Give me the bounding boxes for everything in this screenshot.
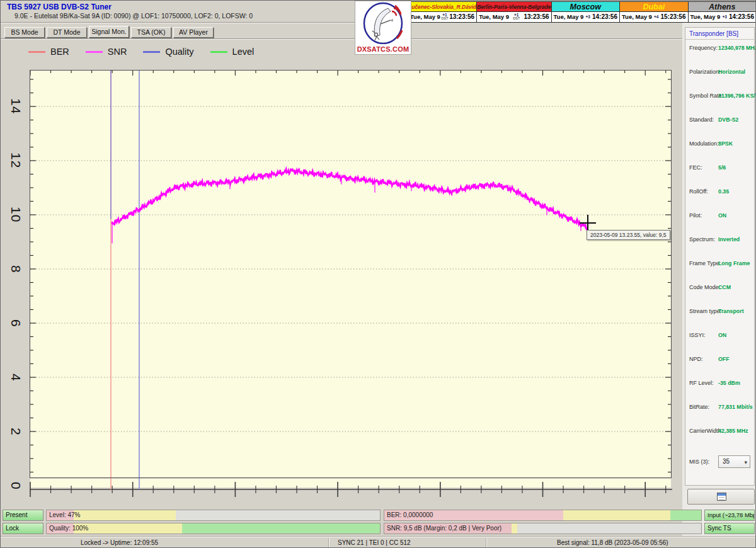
tab-dt-mode[interactable]: DT Mode	[47, 27, 87, 38]
bar-segment	[517, 523, 702, 534]
clock-utc-offset: +4	[654, 15, 658, 20]
field-value-bitrate: 77,831 Mbit/s	[718, 404, 753, 410]
legend-label: SNR	[108, 47, 127, 57]
field-value-issyi: ON	[718, 332, 726, 338]
status-bar: Locked -> Uptime: 12:09:55 SYNC 21 | TEI…	[1, 536, 756, 548]
legend-line-icon	[28, 51, 45, 53]
status-box-lock: Lock	[3, 523, 43, 534]
tab-signal-mon[interactable]: Signal Mon.	[89, 26, 129, 38]
legend-item-snr: SNR	[86, 47, 127, 57]
y-tick-label-10: 10	[7, 200, 23, 229]
field-value-rolloff: 0.35	[718, 188, 729, 195]
field-value-modulation: 8PSK	[718, 140, 733, 147]
field-value-frame-type: Long Frame	[718, 260, 750, 266]
window-icon	[717, 493, 726, 501]
bar-text: Quality: 100%	[49, 523, 88, 534]
field-value-spectrum: Inverted	[718, 236, 740, 243]
status-box-input-23-78-mbps: Input (~23,78 Mbps)	[704, 510, 755, 521]
field-value-stream-type: Transport	[718, 308, 744, 314]
chart-legend: BERSNRQualityLevel	[28, 45, 270, 59]
mis-label: MIS (3):	[689, 459, 709, 465]
tab-bs-mode[interactable]: BS Mode	[4, 27, 45, 38]
legend-line-icon	[86, 51, 103, 53]
clock-date: Tue, May 9	[554, 13, 584, 20]
field-label-rf-level: RF Level:	[689, 380, 714, 386]
transponder-panel-title: Transponder [BS]	[689, 30, 738, 37]
clock-date: Tue, May 9	[622, 13, 652, 20]
field-label-fec: FEC:	[689, 164, 702, 171]
clock-time: 13:23:56	[449, 13, 474, 20]
chevron-down-icon: ▾	[744, 457, 747, 468]
legend-label: BER	[50, 47, 69, 57]
y-tick-label-12: 12	[7, 146, 23, 175]
field-label-standard: Standard:	[689, 117, 714, 123]
mis-selected-value: 35	[723, 458, 730, 465]
field-value-npd: OFF	[718, 356, 730, 362]
field-label-pilot: Pilot:	[689, 212, 702, 219]
dxsatcs-logo: DXSATCS.COM	[355, 1, 411, 55]
field-label-npd: NPD:	[689, 356, 703, 362]
divider	[486, 538, 486, 548]
field-label-bitrate: BitRate:	[689, 404, 709, 410]
field-label-polarization: Polarization:	[689, 69, 721, 75]
legend-label: Quality	[165, 47, 193, 57]
legend-item-quality: Quality	[143, 47, 193, 57]
divider	[1, 22, 408, 23]
best-signal-status: Best signal: 11,8 dB (2023-05-09 05:56)	[557, 539, 668, 546]
clock-date: Tue, May 9	[479, 13, 509, 20]
field-label-issyi: ISSYI:	[689, 332, 706, 338]
bar-segment	[176, 510, 381, 520]
clock-time-row: Tue, May 9+314:23:56	[688, 12, 756, 23]
y-tick-label-14: 14	[7, 92, 23, 121]
y-tick-label-6: 6	[7, 309, 23, 338]
field-value-pilot: ON	[718, 212, 726, 219]
bar-text: SNR: 9,5 dB (Margin: 0,2 dB | Very Poor)	[387, 523, 501, 534]
field-value-symbol-rate: 31396,796 KS/s	[718, 93, 756, 99]
transport-analyzer-button[interactable]	[687, 489, 755, 505]
field-value-code-mode: CCM	[718, 284, 731, 290]
x-axis	[1, 478, 682, 505]
clock-date: Tue, May 9	[410, 13, 440, 20]
world-clocks: Lučenec-Slovakia_R.DávidTue, May 9+1DST1…	[408, 1, 756, 23]
legend-item-level: Level	[210, 47, 255, 57]
divider	[685, 39, 754, 40]
transponder-subtitle: 9.0E - Eutelsat 9B/Ka-Sat 9A (ID: 0090) …	[14, 12, 253, 20]
tab-tsa-ok[interactable]: TSA (OK)	[131, 27, 171, 38]
tab-av-player[interactable]: AV Player	[173, 27, 214, 38]
mis-dropdown[interactable]: 35 ▾	[718, 455, 750, 468]
field-value-rf-level: -35 dBm	[718, 380, 740, 386]
bar-segment	[182, 523, 381, 534]
field-label-stream-type: Stream type:	[689, 308, 721, 314]
bar-segment	[670, 510, 702, 520]
legend-line-icon	[210, 51, 227, 53]
uptime-status: Locked -> Uptime: 12:09:55	[81, 539, 158, 546]
clock-time-row: Tue, May 9+1DST13:23:56	[408, 12, 477, 23]
clock-city-name: Lučenec-Slovakia_R.Dávid	[408, 1, 477, 12]
clock-panel-dubai: DubaiTue, May 9+415:23:56	[619, 1, 689, 23]
signal-monitor-plot[interactable]	[30, 70, 672, 478]
progress-bar-snr: SNR: 9,5 dB (Margin: 0,2 dB | Very Poor)	[384, 523, 702, 534]
field-label-code-mode: Code Mode:	[689, 284, 720, 290]
field-value-fec: 5/6	[718, 164, 726, 171]
field-value-carrierwidth: 42,385 MHz	[718, 428, 748, 434]
bar-segment	[563, 510, 670, 520]
clock-time-row: Tue, May 9+314:23:56	[551, 12, 621, 23]
clock-utc-offset: +3	[722, 15, 726, 20]
bar-text: BER: 0,0000000	[387, 510, 433, 520]
crosshair-cursor	[587, 215, 588, 231]
clock-city-name: Athens	[688, 1, 756, 12]
app-title: TBS 5927 USB DVB-S2 Tuner	[7, 3, 112, 11]
field-value-standard: DVB-S2	[718, 117, 738, 123]
legend-label: Level	[232, 47, 255, 57]
y-tick-label-8: 8	[7, 254, 23, 283]
clock-city-name: Berlin-Paris-Vienna-Belgrade	[476, 1, 551, 12]
y-tick-label-2: 2	[7, 417, 23, 446]
field-label-frame-type: Frame Type:	[689, 260, 721, 266]
bar-segment	[512, 523, 517, 534]
clock-panel-berlin-paris-vienna-belgrade: Berlin-Paris-Vienna-BelgradeTue, May 9+1…	[476, 1, 551, 23]
legend-item-ber: BER	[28, 47, 69, 57]
field-label-modulation: Modulation:	[689, 140, 719, 147]
snr-trace-canvas	[30, 71, 671, 477]
clock-time: 13:23:56	[524, 13, 549, 20]
transponder-panel: Transponder [BS] Frequency:12340,978 MHz…	[685, 27, 755, 486]
